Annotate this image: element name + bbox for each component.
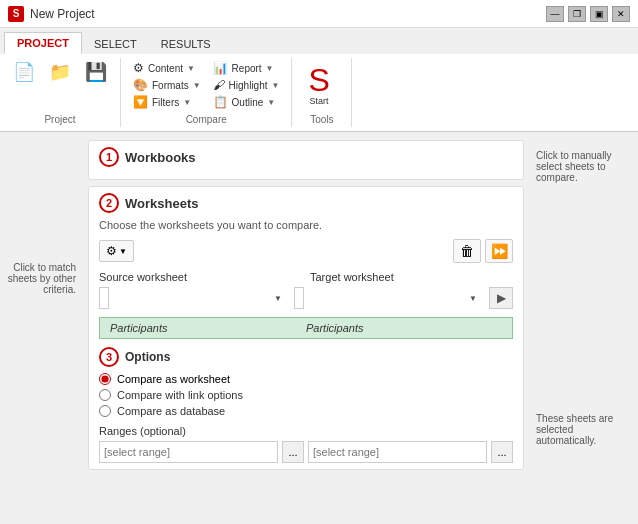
content-icon: ⚙ xyxy=(133,61,144,75)
source-ws-wrapper: ▼ xyxy=(99,287,286,309)
worksheets-section: 2 Worksheets Choose the worksheets you w… xyxy=(88,186,524,470)
ranges-row: ... ... xyxy=(99,441,513,463)
step-1-circle: 1 xyxy=(99,147,119,167)
radio-compare-worksheet[interactable]: Compare as worksheet xyxy=(99,373,513,385)
source-range-input[interactable] xyxy=(99,441,278,463)
participants-row: Participants Participants xyxy=(99,317,513,339)
ws-arrow-btn[interactable]: ▶ xyxy=(489,287,513,309)
filters-dropdown-arrow: ▼ xyxy=(183,98,191,107)
report-dropdown-arrow: ▼ xyxy=(266,64,274,73)
ribbon: 📄 📁 💾 Project ⚙ Content ▼ xyxy=(0,54,638,132)
report-icon: 📊 xyxy=(213,61,228,75)
source-range-dots-btn[interactable]: ... xyxy=(282,441,304,463)
outline-icon: 📋 xyxy=(213,95,228,109)
options-header: 3 Options xyxy=(99,347,513,367)
forward-btn[interactable]: ⏩ xyxy=(485,239,513,263)
formats-icon: 🎨 xyxy=(133,78,148,92)
compare-col-2: 📊 Report ▼ 🖌 Highlight ▼ 📋 Outline ▼ xyxy=(209,60,284,110)
radio-compare-database[interactable]: Compare as database xyxy=(99,405,513,417)
gear-dropdown-arrow: ▼ xyxy=(119,247,127,256)
right-toolbar-btns: 🗑 ⏩ xyxy=(453,239,513,263)
delete-btn[interactable]: 🗑 xyxy=(453,239,481,263)
group-compare-label: Compare xyxy=(129,110,283,125)
main-content: 1 Workbooks 2 Worksheets Choose the work… xyxy=(80,132,532,522)
worksheets-toolbar: ⚙ ▼ 🗑 ⏩ xyxy=(99,239,513,263)
source-ws-select[interactable] xyxy=(99,287,109,309)
worksheets-title: Worksheets xyxy=(125,196,198,211)
highlight-btn[interactable]: 🖌 Highlight ▼ xyxy=(209,77,284,93)
new-btn[interactable]: 📄 xyxy=(8,60,40,84)
open-icon: 📁 xyxy=(49,63,71,81)
restore-btn[interactable]: ❐ xyxy=(568,6,586,22)
save-icon: 💾 xyxy=(85,63,107,81)
open-btn[interactable]: 📁 xyxy=(44,60,76,84)
step-2-circle: 2 xyxy=(99,193,119,213)
start-icon: S xyxy=(308,64,329,96)
filters-icon: 🔽 xyxy=(133,95,148,109)
workbooks-header: 1 Workbooks xyxy=(99,147,513,167)
minimize-btn[interactable]: — xyxy=(546,6,564,22)
ribbon-group-tools: S Start Tools xyxy=(292,58,352,127)
compare-col-1: ⚙ Content ▼ 🎨 Formats ▼ 🔽 Filters ▼ xyxy=(129,60,205,110)
options-section: 3 Options Compare as worksheet Compare w… xyxy=(99,347,513,463)
right-annotation-2: These sheets are selected automatically. xyxy=(536,413,634,446)
group-project-label: Project xyxy=(8,110,112,125)
radio-compare-database-input[interactable] xyxy=(99,405,111,417)
window-controls: — ❐ ▣ ✕ xyxy=(546,6,630,22)
right-annotation-1: Click to manually select sheets to compa… xyxy=(536,150,634,183)
ws-column-labels: Source worksheet Target worksheet xyxy=(99,271,513,283)
source-participants: Participants xyxy=(110,322,306,334)
app-window: S New Project — ❐ ▣ ✕ PROJECT SELECT RES… xyxy=(0,0,638,524)
outline-dropdown-arrow: ▼ xyxy=(267,98,275,107)
save-btn[interactable]: 💾 xyxy=(80,60,112,84)
window-title: New Project xyxy=(30,7,546,21)
app-icon: S xyxy=(8,6,24,22)
ribbon-group-compare: ⚙ Content ▼ 🎨 Formats ▼ 🔽 Filters ▼ xyxy=(121,58,292,127)
highlight-dropdown-arrow: ▼ xyxy=(272,81,280,90)
content-btn[interactable]: ⚙ Content ▼ xyxy=(129,60,205,76)
gear-dropdown-btn[interactable]: ⚙ ▼ xyxy=(99,240,134,262)
outline-btn[interactable]: 📋 Outline ▼ xyxy=(209,94,284,110)
left-annotation: Click to match sheets by other criteria. xyxy=(0,132,80,522)
source-label: Source worksheet xyxy=(99,271,302,283)
report-btn[interactable]: 📊 Report ▼ xyxy=(209,60,284,76)
target-ws-wrapper: ▼ xyxy=(294,287,481,309)
radio-compare-link[interactable]: Compare with link options xyxy=(99,389,513,401)
tab-project[interactable]: PROJECT xyxy=(4,32,82,54)
workbooks-title: Workbooks xyxy=(125,150,196,165)
maximize-btn[interactable]: ▣ xyxy=(590,6,608,22)
ribbon-group-project: 📄 📁 💾 Project xyxy=(0,58,121,127)
radio-compare-link-input[interactable] xyxy=(99,389,111,401)
titlebar: S New Project — ❐ ▣ ✕ xyxy=(0,0,638,28)
highlight-icon: 🖌 xyxy=(213,78,225,92)
target-ws-select[interactable] xyxy=(294,287,304,309)
right-annotations: Click to manually select sheets to compa… xyxy=(532,132,638,522)
group-tools-label: Tools xyxy=(300,110,343,125)
worksheets-header: 2 Worksheets xyxy=(99,193,513,213)
target-label: Target worksheet xyxy=(310,271,513,283)
content-dropdown-arrow: ▼ xyxy=(187,64,195,73)
close-btn[interactable]: ✕ xyxy=(612,6,630,22)
target-range-dots-btn[interactable]: ... xyxy=(491,441,513,463)
step-3-circle: 3 xyxy=(99,347,119,367)
target-range-input[interactable] xyxy=(308,441,487,463)
target-select-arrow: ▼ xyxy=(469,294,477,303)
ws-dropdowns-row: ▼ ▼ ▶ xyxy=(99,287,513,309)
filters-btn[interactable]: 🔽 Filters ▼ xyxy=(129,94,205,110)
options-radio-group: Compare as worksheet Compare with link o… xyxy=(99,373,513,417)
tab-results[interactable]: RESULTS xyxy=(149,34,223,54)
ranges-label: Ranges (optional) xyxy=(99,425,513,437)
radio-compare-worksheet-input[interactable] xyxy=(99,373,111,385)
workbooks-section: 1 Workbooks xyxy=(88,140,524,180)
gear-icon: ⚙ xyxy=(106,244,117,258)
start-btn[interactable]: S Start xyxy=(300,60,337,110)
ribbon-tabs: PROJECT SELECT RESULTS xyxy=(0,28,638,54)
formats-btn[interactable]: 🎨 Formats ▼ xyxy=(129,77,205,93)
target-participants: Participants xyxy=(306,322,502,334)
main-area: Click to match sheets by other criteria.… xyxy=(0,132,638,522)
formats-dropdown-arrow: ▼ xyxy=(193,81,201,90)
source-select-arrow: ▼ xyxy=(274,294,282,303)
tab-select[interactable]: SELECT xyxy=(82,34,149,54)
new-icon: 📄 xyxy=(13,63,35,81)
worksheets-desc: Choose the worksheets you want to compar… xyxy=(99,219,513,231)
